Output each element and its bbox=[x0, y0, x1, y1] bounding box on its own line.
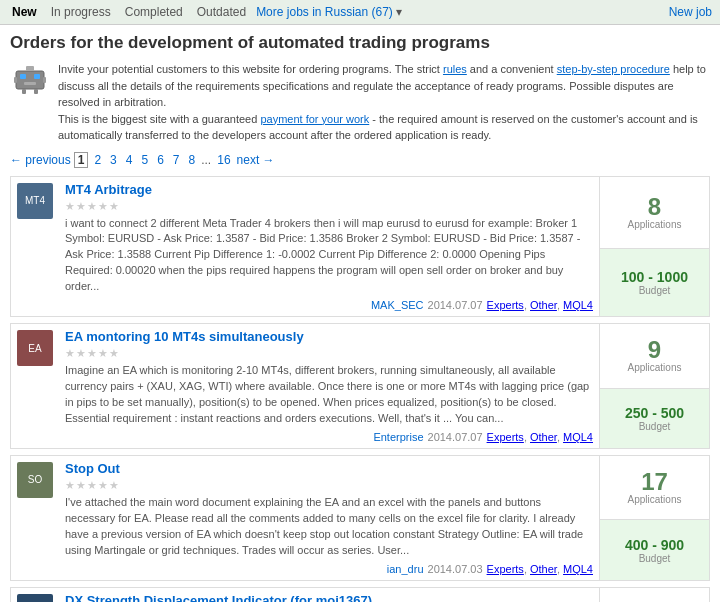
job-tags-job1: Experts, Other, MQL4 bbox=[487, 299, 593, 311]
job-stats-job2: 9 Applications 250 - 500 Budget bbox=[599, 324, 709, 448]
avatar: DX bbox=[17, 594, 53, 602]
job-footer-job2: Enterprise 2014.07.07 Experts, Other, MQ… bbox=[65, 431, 593, 443]
job-body-job1: MT4 Arbitrage ★★★★★ i want to connect 2 … bbox=[59, 177, 599, 317]
job-apps-count-job1: 8 bbox=[648, 195, 661, 219]
svg-rect-9 bbox=[34, 89, 38, 94]
star-3: ★ bbox=[87, 347, 97, 360]
job-tags-job2: Experts, Other, MQL4 bbox=[487, 431, 593, 443]
nav-tab-new[interactable]: New bbox=[8, 3, 41, 21]
job-apps-label-job3: Applications bbox=[628, 494, 682, 505]
job-budget-range-job3: 400 - 900 bbox=[625, 537, 684, 553]
svg-rect-3 bbox=[24, 82, 36, 85]
job-budget-label-job2: Budget bbox=[639, 421, 671, 432]
job-tags-job3: Experts, Other, MQL4 bbox=[487, 563, 593, 575]
job-apps-job4: 1 Application bbox=[600, 588, 709, 602]
page-5[interactable]: 5 bbox=[138, 152, 151, 168]
star-rating-job1: ★★★★★ bbox=[65, 200, 593, 213]
job-desc-job3: I've attached the main word document exp… bbox=[65, 495, 593, 559]
page-16[interactable]: 16 bbox=[214, 152, 233, 168]
job-avatar-job1: MT4 bbox=[11, 177, 59, 317]
avatar: MT4 bbox=[17, 183, 53, 219]
svg-rect-0 bbox=[16, 71, 44, 89]
job-apps-count-job3: 17 bbox=[641, 470, 668, 494]
job-apps-label-job1: Applications bbox=[628, 219, 682, 230]
star-3: ★ bbox=[87, 479, 97, 492]
page-6[interactable]: 6 bbox=[154, 152, 167, 168]
job-title-job1[interactable]: MT4 Arbitrage bbox=[65, 182, 152, 197]
job-apps-label-job2: Applications bbox=[628, 362, 682, 373]
main-content: Orders for the development of automated … bbox=[0, 25, 720, 602]
job-body-job3: Stop Out ★★★★★ I've attached the main wo… bbox=[59, 456, 599, 580]
page-3[interactable]: 3 bbox=[107, 152, 120, 168]
new-job-button[interactable]: New job bbox=[669, 5, 712, 19]
job-date-job3: 2014.07.03 bbox=[428, 563, 483, 575]
job-avatar-job4: DX bbox=[11, 588, 59, 602]
job-apps-job3: 17 Applications bbox=[600, 456, 709, 520]
job-apps-job1: 8 Applications bbox=[600, 177, 709, 249]
job-item-job2: EA EA montoring 10 MT4s simultaneously ★… bbox=[10, 323, 710, 449]
pagination: ← previous 1 2 3 4 5 6 7 8 ... 16 next → bbox=[10, 152, 710, 168]
job-date-job1: 2014.07.07 bbox=[428, 299, 483, 311]
svg-rect-2 bbox=[34, 74, 40, 79]
page-4[interactable]: 4 bbox=[123, 152, 136, 168]
job-author-job2[interactable]: Enterprise bbox=[373, 431, 423, 443]
more-jobs-link[interactable]: More jobs in Russian (67) ▾ bbox=[256, 5, 402, 19]
job-list: MT4 MT4 Arbitrage ★★★★★ i want to connec… bbox=[10, 176, 710, 603]
star-5: ★ bbox=[109, 347, 119, 360]
job-stats-job1: 8 Applications 100 - 1000 Budget bbox=[599, 177, 709, 317]
job-apps-job2: 9 Applications bbox=[600, 324, 709, 388]
job-stats-job3: 17 Applications 400 - 900 Budget bbox=[599, 456, 709, 580]
svg-rect-8 bbox=[22, 89, 26, 94]
job-budget-job2: 250 - 500 Budget bbox=[600, 389, 709, 448]
page-8[interactable]: 8 bbox=[186, 152, 199, 168]
job-budget-range-job2: 250 - 500 bbox=[625, 405, 684, 421]
nav-tab-outdated[interactable]: Outdated bbox=[193, 3, 250, 21]
svg-rect-6 bbox=[14, 77, 17, 83]
next-page-link[interactable]: next → bbox=[237, 153, 275, 167]
star-4: ★ bbox=[98, 200, 108, 213]
job-body-job4: DX Strength Displacement Indicator (for … bbox=[59, 588, 599, 602]
page-7[interactable]: 7 bbox=[170, 152, 183, 168]
nav-tabs: New In progress Completed Outdated More … bbox=[8, 3, 402, 21]
prev-page-link[interactable]: ← previous bbox=[10, 153, 71, 167]
job-body-job2: EA montoring 10 MT4s simultaneously ★★★★… bbox=[59, 324, 599, 448]
nav-tab-inprogress[interactable]: In progress bbox=[47, 3, 115, 21]
job-desc-job2: Imagine an EA which is monitoring 2-10 M… bbox=[65, 363, 593, 427]
star-5: ★ bbox=[109, 200, 119, 213]
star-4: ★ bbox=[98, 347, 108, 360]
job-budget-label-job3: Budget bbox=[639, 553, 671, 564]
star-1: ★ bbox=[65, 347, 75, 360]
payment-link[interactable]: payment for your work bbox=[260, 113, 369, 125]
job-author-job1[interactable]: MAK_SEC bbox=[371, 299, 424, 311]
nav-tab-completed[interactable]: Completed bbox=[121, 3, 187, 21]
svg-rect-7 bbox=[43, 77, 46, 83]
avatar: SO bbox=[17, 462, 53, 498]
job-title-job3[interactable]: Stop Out bbox=[65, 461, 120, 476]
intro-text: Invite your potential customers to this … bbox=[58, 61, 710, 144]
intro-icon bbox=[10, 61, 50, 97]
procedure-link[interactable]: step-by-step procedure bbox=[557, 63, 670, 75]
page-title: Orders for the development of automated … bbox=[10, 33, 710, 53]
star-2: ★ bbox=[76, 200, 86, 213]
job-title-job4[interactable]: DX Strength Displacement Indicator (for … bbox=[65, 593, 372, 602]
intro-box: Invite your potential customers to this … bbox=[10, 61, 710, 144]
job-apps-count-job2: 9 bbox=[648, 338, 661, 362]
page-1[interactable]: 1 bbox=[74, 152, 89, 168]
job-date-job2: 2014.07.07 bbox=[428, 431, 483, 443]
star-1: ★ bbox=[65, 479, 75, 492]
job-desc-job1: i want to connect 2 different Meta Trade… bbox=[65, 216, 593, 296]
star-3: ★ bbox=[87, 200, 97, 213]
job-budget-label-job1: Budget bbox=[639, 285, 671, 296]
page-2[interactable]: 2 bbox=[91, 152, 104, 168]
star-2: ★ bbox=[76, 347, 86, 360]
job-item-job1: MT4 MT4 Arbitrage ★★★★★ i want to connec… bbox=[10, 176, 710, 318]
job-author-job3[interactable]: ian_dru bbox=[387, 563, 424, 575]
rules-link[interactable]: rules bbox=[443, 63, 467, 75]
avatar: EA bbox=[17, 330, 53, 366]
job-budget-job3: 400 - 900 Budget bbox=[600, 520, 709, 579]
job-stats-job4: 1 Application < 350 Budget bbox=[599, 588, 709, 602]
job-title-job2[interactable]: EA montoring 10 MT4s simultaneously bbox=[65, 329, 304, 344]
svg-rect-1 bbox=[20, 74, 26, 79]
job-budget-job1: 100 - 1000 Budget bbox=[600, 249, 709, 316]
job-avatar-job2: EA bbox=[11, 324, 59, 448]
